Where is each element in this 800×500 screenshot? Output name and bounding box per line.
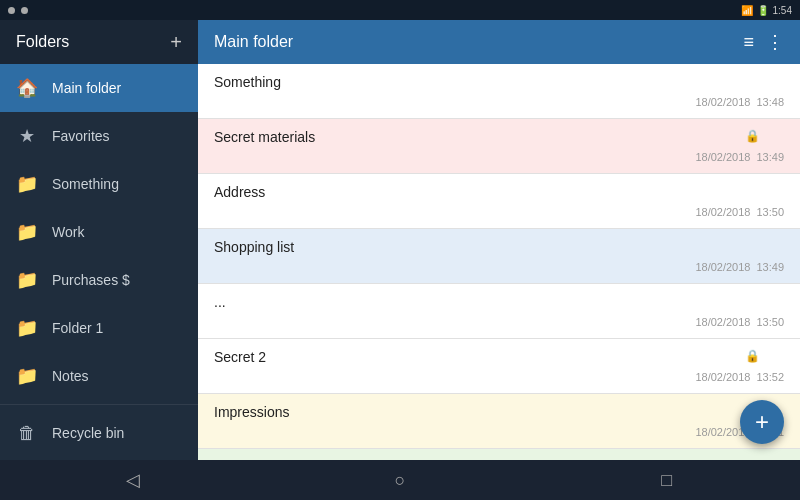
sidebar-item-label: Purchases $ <box>52 272 130 288</box>
status-bar: 📶 🔋 1:54 <box>0 0 800 20</box>
folder-icon: 📁 <box>16 317 38 339</box>
add-folder-button[interactable]: + <box>170 31 182 54</box>
note-item[interactable]: Address 18/02/2018 13:50 <box>198 174 800 229</box>
back-button[interactable]: ◁ <box>103 460 163 500</box>
lock-icon: 🔒 <box>745 129 760 143</box>
note-time: 13:50 <box>756 206 784 218</box>
note-date: 18/02/2018 <box>695 316 750 328</box>
note-item[interactable]: Note 18/02/2... <box>198 449 800 460</box>
sidebar-item-purchases[interactable]: 📁 Purchases $ <box>0 256 198 304</box>
note-title: Secret 2 <box>214 349 784 365</box>
note-meta: 18/02/2018 13:52 <box>214 371 784 383</box>
sidebar-item-something[interactable]: 📁 Something <box>0 160 198 208</box>
note-title: Secret materials <box>214 129 784 145</box>
lock-icon: 🔒 <box>745 349 760 363</box>
note-date: 18/02/2018 <box>695 371 750 383</box>
sidebar-item-recycle-bin[interactable]: 🗑 Recycle bin <box>0 409 198 457</box>
app-container: Folders + 🏠 Main folder ★ Favorites 📁 So… <box>0 20 800 460</box>
sidebar-item-favorites[interactable]: ★ Favorites <box>0 112 198 160</box>
sidebar-items: 🏠 Main folder ★ Favorites 📁 Something 📁 … <box>0 64 198 460</box>
note-time: 13:49 <box>756 151 784 163</box>
home-icon: 🏠 <box>16 77 38 99</box>
note-title: Something <box>214 74 784 90</box>
note-item[interactable]: Something 18/02/2018 13:48 <box>198 64 800 119</box>
status-bar-right: 📶 🔋 1:54 <box>741 5 792 16</box>
sort-icon[interactable]: ≡ <box>743 32 754 53</box>
note-meta: 18/02/2018 13:50 <box>214 316 784 328</box>
note-date: 18/02/2018 <box>695 96 750 108</box>
sidebar-title: Folders <box>16 33 69 51</box>
note-item[interactable]: Shopping list 18/02/2018 13:49 <box>198 229 800 284</box>
sidebar-header: Folders + <box>0 20 198 64</box>
note-date: 18/02/2018 <box>695 261 750 273</box>
bottom-nav: ◁ ○ □ <box>0 460 800 500</box>
sidebar-item-label: Recycle bin <box>52 425 124 441</box>
note-item[interactable]: ... 18/02/2018 13:50 <box>198 284 800 339</box>
note-time: 13:52 <box>756 371 784 383</box>
folder-icon: 📁 <box>16 365 38 387</box>
main-content: Main folder ≡ ⋮ Something 18/02/2018 13:… <box>198 20 800 460</box>
dot2 <box>21 7 28 14</box>
main-header: Main folder ≡ ⋮ <box>198 20 800 64</box>
sidebar-item-label: Something <box>52 176 119 192</box>
note-date: 18/02/2018 <box>695 151 750 163</box>
header-actions: ≡ ⋮ <box>743 31 784 53</box>
note-meta: 18/02/2018 13:51 <box>214 426 784 438</box>
status-bar-left <box>8 7 28 14</box>
notes-list: Something 18/02/2018 13:48 🔒 Secret mate… <box>198 64 800 460</box>
more-icon[interactable]: ⋮ <box>766 31 784 53</box>
sidebar-item-folder1[interactable]: 📁 Folder 1 <box>0 304 198 352</box>
note-time: 13:49 <box>756 261 784 273</box>
note-item[interactable]: 🔒 Secret 2 18/02/2018 13:52 <box>198 339 800 394</box>
add-note-fab[interactable]: + <box>740 400 784 444</box>
note-title: Shopping list <box>214 239 784 255</box>
folder-icon: 📁 <box>16 269 38 291</box>
sidebar-item-label: Main folder <box>52 80 121 96</box>
note-title: ... <box>214 294 784 310</box>
home-button[interactable]: ○ <box>370 460 430 500</box>
note-time: 13:50 <box>756 316 784 328</box>
note-title: Address <box>214 184 784 200</box>
note-title: Note <box>214 459 784 460</box>
note-date: 18/02/2018 <box>695 206 750 218</box>
trash-icon: 🗑 <box>16 423 38 444</box>
note-title: Impressions <box>214 404 784 420</box>
battery-icon: 🔋 <box>757 5 769 16</box>
clock: 1:54 <box>773 5 792 16</box>
sidebar-item-label: Favorites <box>52 128 110 144</box>
main-header-title: Main folder <box>214 33 293 51</box>
note-item[interactable]: 🔒 Secret materials 18/02/2018 13:49 <box>198 119 800 174</box>
sidebar-divider <box>0 404 198 405</box>
sidebar: Folders + 🏠 Main folder ★ Favorites 📁 So… <box>0 20 198 460</box>
wifi-icon: 📶 <box>741 5 753 16</box>
star-icon: ★ <box>16 125 38 147</box>
sidebar-item-label: Notes <box>52 368 89 384</box>
sidebar-item-label: Work <box>52 224 84 240</box>
sidebar-item-notes[interactable]: 📁 Notes <box>0 352 198 400</box>
sidebar-item-label: Folder 1 <box>52 320 103 336</box>
folder-icon: 📁 <box>16 221 38 243</box>
note-meta: 18/02/2018 13:50 <box>214 206 784 218</box>
note-meta: 18/02/2018 13:48 <box>214 96 784 108</box>
recents-button[interactable]: □ <box>637 460 697 500</box>
note-meta: 18/02/2018 13:49 <box>214 261 784 273</box>
note-time: 13:48 <box>756 96 784 108</box>
note-item[interactable]: Impressions 18/02/2018 13:51 <box>198 394 800 449</box>
dot1 <box>8 7 15 14</box>
folder-icon: 📁 <box>16 173 38 195</box>
sidebar-item-work[interactable]: 📁 Work <box>0 208 198 256</box>
note-meta: 18/02/2018 13:49 <box>214 151 784 163</box>
sidebar-item-main-folder[interactable]: 🏠 Main folder <box>0 64 198 112</box>
